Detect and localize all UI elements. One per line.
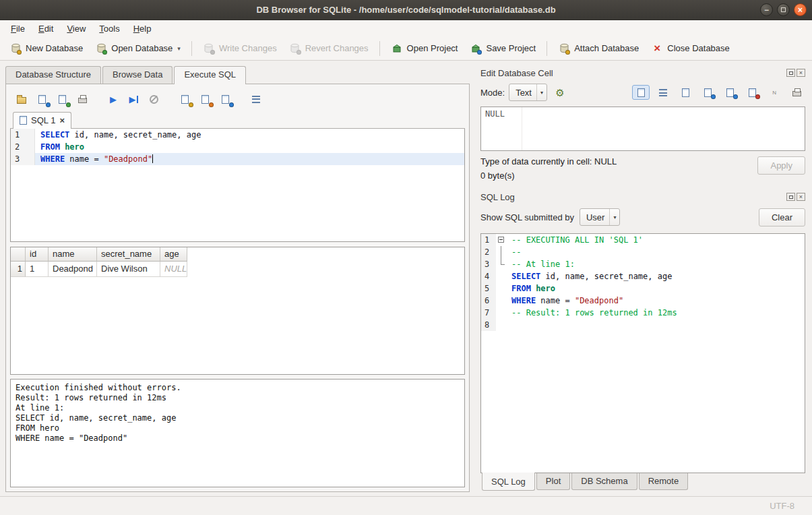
attach-database-button[interactable]: Attach Database — [553, 39, 644, 58]
log-line: 3 -- At line 1: — [481, 258, 805, 270]
editor-line-current: 3 WHERE name = "Deadpond" — [11, 153, 464, 165]
main-toolbar: New Database Open Database ▾ Write Chang… — [0, 36, 812, 61]
cell-id[interactable]: 1 — [26, 262, 49, 277]
log-line: 1 -- EXECUTING ALL IN 'SQL 1' — [481, 234, 805, 246]
close-panel-icon[interactable]: × — [797, 69, 805, 77]
sql-log-view[interactable]: 1 -- EXECUTING ALL IN 'SQL 1' 2 -- 3 -- … — [480, 233, 805, 473]
print-sql-icon[interactable] — [73, 91, 91, 107]
right-panel: Edit Database Cell × Mode: Text ▾ ⚙ N N — [475, 61, 812, 496]
cell-value-editor[interactable]: NULL — [480, 107, 805, 151]
close-icon: × — [798, 5, 803, 16]
word-wrap-icon[interactable] — [654, 85, 672, 100]
float-panel-icon[interactable] — [786, 193, 795, 201]
cell-secret-name[interactable]: Dive Wilson — [97, 262, 160, 277]
auto-switch-mode-icon[interactable]: ⚙ — [551, 85, 569, 100]
tab-browse-data[interactable]: Browse Data — [102, 66, 173, 84]
open-sql-file-icon[interactable] — [13, 91, 30, 107]
write-changes-button[interactable]: Write Changes — [197, 39, 282, 58]
open-project-button[interactable]: Open Project — [385, 39, 464, 58]
new-sql-tab-icon[interactable] — [176, 91, 193, 107]
minimize-button[interactable]: − — [760, 3, 773, 16]
open-project-icon — [391, 42, 403, 55]
clear-log-button[interactable]: Clear — [759, 208, 805, 226]
save-sql-as-icon[interactable] — [53, 91, 71, 107]
submitted-by-select[interactable]: User ▾ — [580, 208, 620, 226]
menu-tools[interactable]: Tools — [92, 22, 126, 36]
float-panel-icon[interactable] — [786, 69, 795, 77]
line-number: 1 — [11, 129, 35, 141]
mode-select[interactable]: Text ▾ — [509, 84, 547, 101]
close-button[interactable]: × — [794, 3, 807, 16]
text-view-icon[interactable] — [632, 85, 650, 100]
grid-corner[interactable] — [11, 247, 26, 262]
open-in-new-tab-icon[interactable] — [196, 91, 214, 107]
edit-cell-title: Edit Database Cell — [480, 68, 785, 78]
apply-button[interactable]: Apply — [757, 156, 805, 175]
revert-changes-icon — [289, 42, 301, 55]
cell-mode-row: Mode: Text ▾ ⚙ N — [480, 82, 805, 102]
column-header-secret-name[interactable]: secret_name — [97, 247, 160, 262]
maximize-button[interactable] — [777, 3, 790, 16]
tab-database-structure[interactable]: Database Structure — [5, 66, 101, 84]
execute-current-line-icon[interactable]: ▶ — [125, 91, 142, 107]
column-header-id[interactable]: id — [26, 247, 49, 262]
close-database-button[interactable]: × Close Database — [646, 39, 735, 58]
menu-bar: File Edit View Tools Help — [0, 20, 812, 36]
left-panel: Database Structure Browse Data Execute S… — [0, 61, 475, 496]
column-header-age[interactable]: age — [160, 247, 187, 262]
tab-plot[interactable]: Plot — [536, 473, 570, 490]
tab-remote[interactable]: Remote — [639, 473, 689, 490]
revert-changes-button[interactable]: Revert Changes — [284, 39, 374, 58]
cell-age[interactable]: NULL — [160, 262, 187, 277]
title-bar: DB Browser for SQLite - /home/user/code/… — [0, 0, 812, 20]
save-sql-file-icon[interactable] — [33, 91, 51, 107]
format-sql-icon[interactable] — [247, 91, 265, 107]
close-panel-icon[interactable]: × — [797, 193, 805, 201]
sql-file-icon — [20, 116, 27, 125]
chevron-down-icon: ▾ — [609, 209, 616, 225]
set-null-icon[interactable]: N — [766, 85, 783, 100]
open-database-button[interactable]: Open Database ▾ — [90, 39, 186, 58]
tab-db-schema[interactable]: DB Schema — [571, 473, 637, 490]
import-cell-data-icon[interactable] — [721, 85, 739, 100]
editor-line: 1 SELECT id, name, secret_name, age — [11, 129, 464, 141]
export-cell-data-icon[interactable] — [743, 85, 761, 100]
menu-file[interactable]: File — [4, 22, 32, 36]
close-tab-icon[interactable]: × — [59, 117, 65, 124]
toolbar-separator — [546, 41, 547, 56]
sql-1-tab[interactable]: SQL 1 × — [13, 112, 71, 129]
save-project-icon — [470, 42, 482, 55]
execution-messages: Execution finished without errors. Resul… — [10, 379, 465, 487]
export-results-icon[interactable] — [216, 91, 234, 107]
row-number[interactable]: 1 — [11, 262, 26, 277]
paste-icon[interactable] — [699, 85, 716, 100]
cell-name[interactable]: Deadpond — [49, 262, 97, 277]
cell-editor-icons: N — [632, 85, 805, 100]
text-cursor — [152, 154, 153, 163]
copy-icon[interactable] — [677, 85, 694, 100]
sql-log-title: SQL Log — [480, 192, 785, 202]
menu-help[interactable]: Help — [127, 22, 158, 36]
table-row: 1 1 Deadpond Dive Wilson NULL — [11, 262, 464, 277]
new-database-button[interactable]: New Database — [4, 39, 88, 58]
tab-sql-log[interactable]: SQL Log — [482, 473, 535, 491]
cell-size-info: 0 byte(s) — [480, 171, 757, 181]
fold-marker-icon[interactable] — [496, 234, 506, 246]
menu-view[interactable]: View — [60, 22, 92, 36]
save-project-button[interactable]: Save Project — [464, 39, 541, 58]
grid-header-row: id name secret_name age — [11, 247, 464, 262]
sql-editor[interactable]: 1 SELECT id, name, secret_name, age 2 FR… — [10, 129, 465, 242]
main-area: Database Structure Browse Data Execute S… — [0, 61, 812, 496]
column-header-name[interactable]: name — [49, 247, 97, 262]
print-cell-icon[interactable] — [788, 85, 805, 100]
execute-sql-pane: ▶ ▶ SQL 1 × 1 SELECT — [5, 84, 470, 492]
menu-edit[interactable]: Edit — [32, 22, 60, 36]
execute-all-icon[interactable]: ▶ — [104, 91, 122, 107]
edit-cell-header: Edit Database Cell × — [480, 66, 805, 80]
open-database-dropdown-icon[interactable]: ▾ — [177, 45, 181, 52]
log-line: 6 WHERE name = "Deadpond" — [481, 295, 805, 307]
toolbar-separator — [379, 41, 380, 56]
log-line: 2 -- — [481, 246, 805, 258]
tab-execute-sql[interactable]: Execute SQL — [174, 66, 246, 84]
stop-execution-icon[interactable] — [145, 91, 162, 107]
